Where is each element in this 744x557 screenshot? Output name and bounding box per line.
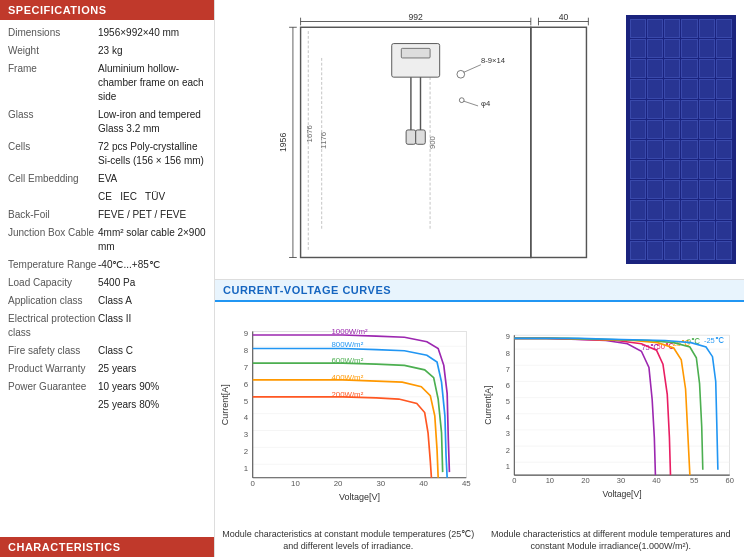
- solar-cell: [664, 39, 680, 58]
- svg-text:9: 9: [505, 332, 509, 341]
- svg-rect-32: [253, 332, 467, 478]
- chart1-container: 9 8 7 6 5 4 3 2 1 Current[A]: [219, 306, 478, 526]
- svg-text:6: 6: [505, 381, 509, 390]
- svg-text:8: 8: [505, 349, 509, 358]
- svg-text:10: 10: [545, 476, 553, 485]
- curves-header: CURRENT-VOLTAGE CURVES: [215, 280, 744, 302]
- solar-cell: [699, 180, 715, 199]
- solar-cell: [699, 19, 715, 38]
- right-panel: 992 40 1956: [215, 0, 744, 557]
- solar-cell: [664, 79, 680, 98]
- svg-text:1: 1: [244, 464, 248, 473]
- svg-text:4: 4: [244, 413, 249, 422]
- solar-cell: [647, 59, 663, 78]
- solar-cell: [716, 79, 732, 98]
- solar-cell: [681, 200, 697, 219]
- svg-text:0: 0: [512, 476, 516, 485]
- chart2-svg: 9 8 7 6 5 4 3 2 1 Current[A]: [482, 306, 741, 526]
- solar-cell: [716, 200, 732, 219]
- svg-text:7: 7: [244, 363, 248, 372]
- curves-section: CURRENT-VOLTAGE CURVES: [215, 280, 744, 557]
- solar-cell: [647, 241, 663, 260]
- solar-cell: [664, 221, 680, 240]
- solar-cell: [681, 59, 697, 78]
- solar-cell: [664, 241, 680, 260]
- svg-text:3: 3: [505, 429, 509, 438]
- solar-cell: [681, 19, 697, 38]
- svg-text:40: 40: [652, 476, 660, 485]
- solar-cell: [647, 39, 663, 58]
- spec-load: Load Capacity 5400 Pa: [8, 276, 206, 290]
- spec-electrical-class: Electrical protection class Class II: [8, 312, 206, 340]
- solar-cell: [716, 140, 732, 159]
- solar-cell: [630, 120, 646, 139]
- svg-text:6: 6: [244, 380, 249, 389]
- svg-text:Current[A]: Current[A]: [482, 386, 492, 425]
- svg-text:φ4: φ4: [481, 99, 491, 108]
- solar-cell: [647, 221, 663, 240]
- spec-cell-embedding: Cell Embedding EVA: [8, 172, 206, 186]
- svg-point-31: [459, 98, 464, 103]
- curves-content: 9 8 7 6 5 4 3 2 1 Current[A]: [215, 302, 744, 557]
- svg-rect-21: [401, 48, 430, 58]
- solar-cell: [664, 59, 680, 78]
- svg-text:-25℃: -25℃: [703, 336, 723, 345]
- svg-text:992: 992: [409, 12, 424, 22]
- solar-cell: [699, 59, 715, 78]
- spec-temperature: Temperature Range -40℃...+85℃: [8, 258, 206, 272]
- solar-cell: [681, 100, 697, 119]
- solar-cell: [630, 100, 646, 119]
- solar-cell: [630, 140, 646, 159]
- solar-cell: [664, 100, 680, 119]
- solar-cell: [681, 140, 697, 159]
- svg-text:Voltage[V]: Voltage[V]: [602, 489, 641, 499]
- solar-cell: [699, 241, 715, 260]
- svg-text:8: 8: [244, 346, 249, 355]
- solar-cell: [630, 200, 646, 219]
- solar-cell: [699, 221, 715, 240]
- solar-cell: [630, 59, 646, 78]
- spec-backfoil: Back-Foil FEVE / PET / FEVE: [8, 208, 206, 222]
- svg-rect-25: [416, 130, 426, 144]
- solar-cell: [716, 100, 732, 119]
- svg-line-27: [464, 65, 481, 73]
- spec-application-class: Application class Class A: [8, 294, 206, 308]
- solar-cell: [647, 79, 663, 98]
- solar-cell: [699, 120, 715, 139]
- solar-cell: [681, 79, 697, 98]
- svg-text:1956: 1956: [278, 133, 288, 152]
- solar-cell: [681, 180, 697, 199]
- solar-cell: [699, 160, 715, 179]
- solar-cell: [647, 180, 663, 199]
- solar-cell: [716, 241, 732, 260]
- solar-cell: [664, 19, 680, 38]
- solar-cell: [681, 39, 697, 58]
- solar-cell: [647, 100, 663, 119]
- solar-cell: [647, 19, 663, 38]
- chart-irradiance: 9 8 7 6 5 4 3 2 1 Current[A]: [219, 306, 478, 553]
- characteristics-header: CHARACTERISTICS: [0, 537, 214, 557]
- svg-text:7: 7: [505, 365, 509, 374]
- svg-text:40: 40: [419, 479, 428, 488]
- svg-text:1176: 1176: [319, 132, 328, 149]
- solar-cell: [664, 140, 680, 159]
- solar-cell: [681, 221, 697, 240]
- svg-text:800W/m²: 800W/m²: [331, 340, 363, 349]
- chart-temperature: 9 8 7 6 5 4 3 2 1 Current[A]: [482, 306, 741, 553]
- solar-cell: [630, 79, 646, 98]
- solar-cell: [630, 19, 646, 38]
- solar-cell: [681, 120, 697, 139]
- chart1-svg: 9 8 7 6 5 4 3 2 1 Current[A]: [219, 306, 478, 526]
- spec-fire-safety: Fire safety class Class C: [8, 344, 206, 358]
- diagram-main: 992 40 1956: [215, 0, 626, 279]
- svg-text:30: 30: [616, 476, 624, 485]
- svg-point-28: [457, 70, 465, 78]
- solar-cell: [630, 221, 646, 240]
- solar-cell: [716, 180, 732, 199]
- svg-text:8-9×14: 8-9×14: [481, 56, 506, 65]
- solar-panel-photo: // Will generate cells via JS below: [626, 15, 736, 264]
- specs-header: SPECIFICATIONS: [0, 0, 214, 20]
- spec-power-guarantee-2: 25 years 80%: [8, 398, 206, 412]
- solar-cell: [716, 19, 732, 38]
- svg-text:1676: 1676: [305, 125, 314, 142]
